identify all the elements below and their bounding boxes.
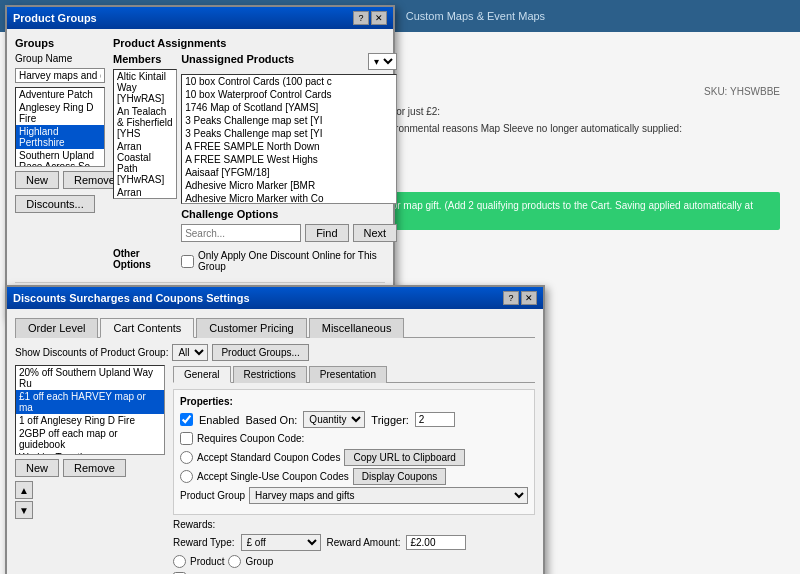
product-groups-button[interactable]: Product Groups... (212, 344, 308, 361)
show-discounts-select[interactable]: All (172, 344, 208, 361)
show-discounts-label: Show Discounts of Product Group: (15, 347, 168, 358)
reward-type-row: Reward Type: £ off Reward Amount: (173, 534, 535, 551)
member-item[interactable]: Altic Kintail Way [YHwRAS] (114, 70, 176, 105)
group-name-label: Group Name (15, 53, 105, 64)
accept-standard-radio[interactable] (180, 451, 193, 464)
unassigned-item[interactable]: 3 Peaks Challenge map set [YI (182, 114, 396, 127)
group-item-selected[interactable]: Highland Perthshire (16, 125, 104, 149)
assignments-columns: Members Altic Kintail Way [YHwRAS] An Te… (113, 53, 397, 242)
discount-items-list: 20% off Southern Upland Way Ru £1 off ea… (15, 365, 165, 455)
copy-url-button[interactable]: Copy URL to Clipboard (344, 449, 464, 466)
pg-close-button[interactable]: ✕ (371, 11, 387, 25)
requires-coupon-row: Requires Coupon Code: (180, 432, 528, 445)
enabled-label: Enabled (199, 414, 239, 426)
members-list: Altic Kintail Way [YHwRAS] An Tealach & … (113, 69, 177, 199)
sub-tab-restrictions[interactable]: Restrictions (233, 366, 307, 383)
accept-standard-label: Accept Standard Coupon Codes (197, 452, 340, 463)
unassigned-filter-select[interactable]: ▾ (368, 53, 397, 70)
sub-tabs-bar: General Restrictions Presentation (173, 365, 535, 383)
reward-amount-input[interactable] (406, 535, 466, 550)
tab-cart-contents[interactable]: Cart Contents (100, 318, 194, 338)
find-button[interactable]: Find (305, 224, 348, 242)
find-next-row: Find Next (181, 224, 397, 242)
groups-buttons: New Remove (15, 171, 105, 189)
sub-tab-presentation[interactable]: Presentation (309, 366, 387, 383)
display-coupons-button[interactable]: Display Coupons (353, 468, 447, 485)
product-group-select[interactable]: Harvey maps and gifts (249, 487, 528, 504)
discount-item[interactable]: 2GBP off each map or guidebook (16, 427, 164, 451)
find-input[interactable] (181, 224, 301, 242)
group-name-input[interactable] (15, 68, 105, 83)
discount-item[interactable]: WorkingTogether (16, 451, 164, 455)
discounts-close-button[interactable]: ✕ (521, 291, 537, 305)
based-on-select[interactable]: Quantity (303, 411, 365, 428)
member-item[interactable]: Arran Coastal Path [YHwRAS] (114, 140, 176, 186)
tab-order-level[interactable]: Order Level (15, 318, 98, 338)
unassigned-item[interactable]: A FREE SAMPLE West Highs (182, 153, 396, 166)
based-on-label: Based On: (245, 414, 297, 426)
tab-miscellaneous[interactable]: Miscellaneous (309, 318, 405, 338)
other-options-label: Other Options (113, 248, 177, 270)
main-tabs-bar: Order Level Cart Contents Customer Prici… (15, 317, 535, 338)
discounts-titlebar-buttons: ? ✕ (503, 291, 537, 305)
discounts-button[interactable]: Discounts... (15, 195, 95, 213)
new-group-button[interactable]: New (15, 171, 59, 189)
unassigned-item[interactable]: 3 Peaks Challenge map set [YI (182, 127, 396, 140)
product-groups-dialog: Product Groups ? ✕ Groups Group Name Adv… (5, 5, 395, 319)
discount-item[interactable]: 1 off Anglesey Ring D Fire (16, 414, 164, 427)
unassigned-label: Unassigned Products (181, 53, 294, 70)
product-group-label: Product Group (180, 490, 245, 501)
remove-discount-button[interactable]: Remove (63, 459, 126, 477)
member-item[interactable]: An Tealach & Fisherfield [YHS (114, 105, 176, 140)
sub-tab-general[interactable]: General (173, 366, 231, 383)
requires-coupon-label: Requires Coupon Code: (197, 433, 304, 444)
reward-amount-label: Reward Amount: (327, 537, 401, 548)
reward-type-select[interactable]: £ off (241, 534, 321, 551)
move-up-button[interactable]: ▲ (15, 481, 33, 499)
challenge-label: Challenge Options (181, 208, 397, 220)
member-item[interactable]: Arran including Arran Coastal V (114, 186, 176, 199)
rewards-section: Rewards: Reward Type: £ off Reward Amoun… (173, 519, 535, 574)
discounts-body: Order Level Cart Contents Customer Prici… (7, 309, 543, 574)
next-button[interactable]: Next (353, 224, 398, 242)
new-discount-button[interactable]: New (15, 459, 59, 477)
product-group-row: Product Group Harvey maps and gifts (180, 487, 528, 504)
group-item[interactable]: Anglesey Ring D Fire (16, 101, 104, 125)
move-down-button[interactable]: ▼ (15, 501, 33, 519)
pg-layout: Groups Group Name Adventure Patch Angles… (15, 37, 385, 274)
accept-single-radio[interactable] (180, 470, 193, 483)
unassigned-item[interactable]: Adhesive Micro Marker with Co (182, 192, 396, 204)
discounts-dialog: Discounts Surcharges and Coupons Setting… (5, 285, 545, 574)
product-groups-body: Groups Group Name Adventure Patch Angles… (7, 29, 393, 317)
discount-item-selected[interactable]: £1 off each HARVEY map or ma (16, 390, 164, 414)
product-radio-label: Product (190, 556, 224, 567)
unassigned-item[interactable]: Adhesive Micro Marker [BMR (182, 179, 396, 192)
show-discounts-row: Show Discounts of Product Group: All Pro… (15, 344, 535, 361)
discount-item[interactable]: 20% off Southern Upland Way Ru (16, 366, 164, 390)
trigger-input[interactable] (415, 412, 455, 427)
properties-label: Properties: (180, 396, 528, 407)
enabled-checkbox[interactable] (180, 413, 193, 426)
group-item[interactable]: Southern Upland Race Across So (16, 149, 104, 167)
other-options: Other Options Only Apply One Discount On… (113, 248, 397, 274)
unassigned-item[interactable]: 10 box Waterproof Control Cards (182, 88, 396, 101)
unassigned-item[interactable]: 10 box Control Cards (100 pact c (182, 75, 396, 88)
product-radio[interactable] (173, 555, 186, 568)
members-label: Members (113, 53, 177, 65)
tab-customer-pricing[interactable]: Customer Pricing (196, 318, 306, 338)
pg-question-button[interactable]: ? (353, 11, 369, 25)
unassigned-item[interactable]: 1746 Map of Scotland [YAMS] (182, 101, 396, 114)
groups-section: Groups Group Name Adventure Patch Angles… (15, 37, 105, 274)
nav-custom-maps[interactable]: Custom Maps & Event Maps (406, 10, 545, 22)
unassigned-item[interactable]: Aaisaaf [YFGM/18] (182, 166, 396, 179)
product-groups-title: Product Groups (13, 12, 97, 24)
discounts-question-button[interactable]: ? (503, 291, 519, 305)
group-item[interactable]: Adventure Patch (16, 88, 104, 101)
requires-coupon-checkbox[interactable] (180, 432, 193, 445)
unassigned-item[interactable]: A FREE SAMPLE North Down (182, 140, 396, 153)
group-radio[interactable] (228, 555, 241, 568)
only-one-discount-checkbox[interactable] (181, 255, 194, 268)
discounts-section: Discounts... (15, 195, 105, 213)
unassigned-column: Unassigned Products ▾ 10 box Control Car… (181, 53, 397, 242)
assignments-section: Product Assignments Members Altic Kintai… (113, 37, 397, 274)
